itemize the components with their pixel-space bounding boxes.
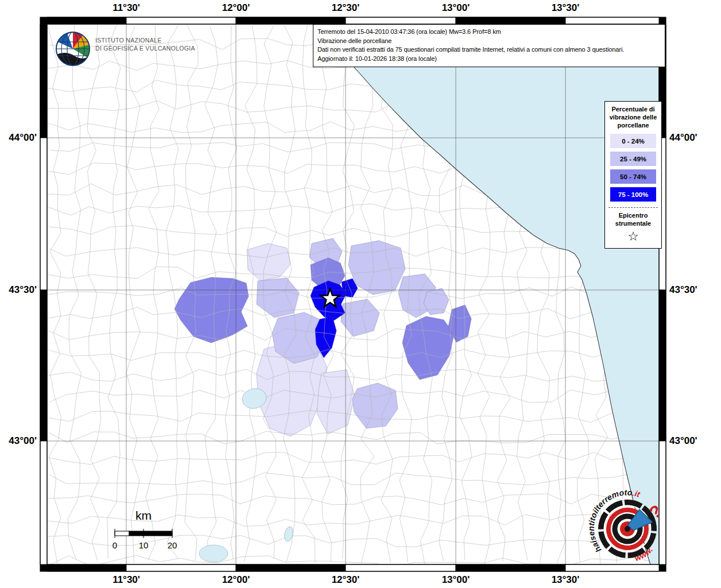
scalebar-tick-0: 0	[103, 540, 126, 550]
lon-label-top: 11°30'	[103, 2, 149, 14]
lon-label-bottom: 12°00'	[213, 574, 259, 586]
lat-label-right: 44°00'	[669, 132, 703, 144]
legend-epicenter-label: Epicentro strumentale	[607, 212, 659, 228]
event-info-box: Terremoto del 15-04-2010 03:47:36 (ora l…	[313, 24, 665, 67]
lat-label-left: 43°00'	[3, 435, 37, 447]
legend-separator	[608, 207, 658, 208]
ingv-line2: DI GEOFISICA E VULCANOLOGIA	[95, 44, 195, 52]
scalebar-unit-label: km	[125, 509, 162, 523]
lon-label-bottom: 13°30'	[542, 574, 588, 586]
legend-class-3: 75 - 100%	[610, 187, 656, 202]
ingv-wordmark: ISTITUTO NAZIONALE DI GEOFISICA E VULCAN…	[95, 36, 195, 52]
scalebar-tick-10: 10	[132, 540, 155, 550]
map-canvas: ? haisentitoilterremoto.it www.	[0, 0, 721, 588]
lat-label-right: 43°30'	[669, 284, 703, 296]
legend-class-0: 0 - 24%	[610, 134, 656, 148]
legend-class-2: 50 - 74%	[610, 169, 656, 184]
event-disclaimer: Dati non verificati estratti da 75 quest…	[317, 45, 661, 55]
event-title: Terremoto del 15-04-2010 03:47:36 (ora l…	[317, 28, 661, 37]
lat-label-left: 44°00'	[3, 132, 37, 144]
lat-label-left: 43°30'	[3, 284, 37, 296]
lon-label-top: 13°00'	[433, 2, 479, 14]
event-subtitle: Vibrazione delle porcellane	[317, 37, 661, 46]
lon-label-bottom: 12°30'	[323, 574, 369, 586]
legend-class-1: 25 - 49%	[610, 152, 656, 166]
legend-box: Percentuale di vibrazione delle porcella…	[604, 101, 662, 249]
legend-title: Percentuale di vibrazione delle porcella…	[607, 106, 659, 129]
lon-label-top: 12°00'	[213, 2, 259, 14]
ingv-logo	[56, 32, 90, 65]
lon-label-top: 13°30'	[542, 2, 588, 14]
scalebar-tick-20: 20	[161, 540, 184, 550]
lon-label-top: 12°30'	[323, 2, 369, 14]
ingv-line1: ISTITUTO NAZIONALE	[95, 36, 195, 44]
star-icon: ☆	[607, 230, 659, 243]
lake	[199, 545, 228, 562]
lon-label-bottom: 11°30'	[103, 574, 149, 586]
lon-label-bottom: 13°00'	[433, 574, 479, 586]
map-page: ? haisentitoilterremoto.it www. 11°30' 1…	[0, 0, 721, 588]
event-updated: Aggiornato il: 10-01-2026 18:38 (ora loc…	[317, 55, 661, 64]
lat-label-right: 43°00'	[669, 435, 703, 447]
